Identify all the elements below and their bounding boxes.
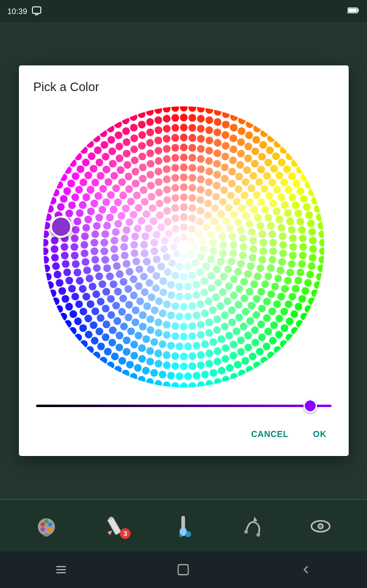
svg-point-8	[48, 523, 53, 527]
svg-rect-0	[32, 7, 41, 13]
eye-icon	[308, 513, 333, 538]
svg-point-19	[244, 530, 248, 534]
svg-point-20	[256, 533, 260, 537]
color-picker-dialog: Pick a Color CANCEL OK	[19, 65, 349, 456]
color-wheel-canvas[interactable]	[43, 106, 324, 388]
battery-icon	[347, 6, 360, 15]
nav-back-icon	[299, 563, 313, 576]
svg-rect-3	[358, 9, 359, 12]
dialog-overlay: Pick a Color CANCEL OK	[0, 22, 367, 499]
svg-point-18	[179, 534, 183, 537]
nav-back-button[interactable]	[288, 557, 324, 582]
eye-tool[interactable]	[302, 507, 339, 544]
svg-point-11	[43, 533, 49, 537]
svg-point-17	[185, 531, 191, 537]
pencil-tool[interactable]: 3	[96, 507, 133, 544]
svg-rect-26	[56, 572, 66, 573]
color-wheel-container[interactable]	[34, 106, 334, 388]
screenshot-icon	[31, 6, 42, 17]
palette-tool[interactable]	[28, 507, 65, 544]
dialog-buttons: CANCEL OK	[34, 424, 334, 444]
nav-home-icon	[176, 563, 190, 576]
cancel-button[interactable]: CANCEL	[244, 424, 296, 444]
status-time: 10:39	[7, 7, 27, 16]
status-left: 10:39	[7, 6, 42, 17]
svg-point-9	[48, 527, 53, 532]
nav-bar	[0, 551, 367, 588]
svg-point-7	[45, 520, 49, 524]
bottom-toolbar: 3	[0, 500, 367, 551]
svg-rect-25	[56, 569, 66, 570]
status-right	[347, 6, 360, 17]
brightness-slider-container[interactable]	[36, 400, 332, 412]
status-bar: 10:39	[0, 0, 367, 22]
svg-rect-15	[181, 516, 185, 529]
brush-icon	[171, 513, 195, 538]
svg-point-23	[319, 525, 322, 528]
nav-menu-icon	[54, 562, 68, 577]
palette-icon	[34, 513, 59, 538]
ok-button[interactable]: OK	[306, 424, 334, 444]
brightness-slider[interactable]	[36, 405, 332, 407]
dialog-title: Pick a Color	[34, 80, 334, 94]
rope-icon	[240, 513, 264, 538]
rope-tool[interactable]	[234, 507, 271, 544]
svg-rect-4	[348, 9, 357, 12]
nav-home-button[interactable]	[165, 557, 202, 582]
nav-menu-button[interactable]	[43, 557, 79, 582]
pencil-badge: 3	[120, 528, 131, 539]
svg-point-10	[41, 527, 45, 532]
svg-rect-1	[35, 14, 38, 15]
svg-rect-24	[56, 566, 66, 567]
svg-point-6	[41, 523, 45, 527]
brush-tool[interactable]	[165, 507, 202, 544]
svg-rect-27	[178, 565, 189, 575]
svg-marker-13	[107, 531, 112, 535]
